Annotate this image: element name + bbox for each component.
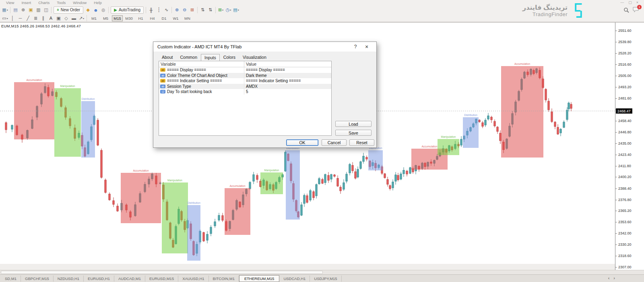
dialog-tab-common[interactable]: Common [176,54,201,61]
cancel-button[interactable]: Cancel [322,139,347,146]
add-indicator-icon[interactable]: ⊞▾ [217,6,225,14]
timeframe-M15[interactable]: M15 [112,15,123,21]
chart-tab-eurusd-h1[interactable]: EURUSD,H1 [84,276,114,282]
crosshair-tool-icon[interactable]: │ [9,15,17,22]
input-value-cell[interactable]: 5 [244,89,248,94]
price-tick-label: 2376.80 [618,198,632,202]
chart-tab-bitcoin-m1[interactable]: BITCOIN,M1 [209,276,239,282]
save-button[interactable]: Save [335,130,372,136]
dialog-close-button[interactable]: × [361,44,372,50]
autotrading-button[interactable]: ▶AutoTrading [111,6,144,14]
chart-type-icon[interactable]: ▦▾ [1,6,9,14]
session-label: Accumulation [421,145,437,148]
tabs-scroll-left-icon[interactable]: ‹ [608,276,610,280]
expert-advisors-icon[interactable]: ◆ [84,6,92,14]
chart-template-icon[interactable]: ▤▾ [232,6,240,14]
periods-icon[interactable]: ◷▾ [225,6,232,14]
input-row[interactable]: abColor Theme Of Chart And ObjectDark th… [159,73,331,79]
hline-icon[interactable]: ─ [17,15,24,22]
menu-insert[interactable]: Insert [18,0,35,5]
timeframe-D1[interactable]: D1 [159,15,169,21]
zoom-out-icon[interactable]: ⊖ [181,6,188,14]
chart-tab-usdjpy-m15[interactable]: USDJPY,M15 [310,276,341,282]
terminal-icon[interactable]: ☻ [92,6,99,14]
dialog-title: Custom Indicator - AMD ICT MT4 By TFlab [157,44,242,49]
input-value-cell[interactable]: AMDX [244,84,258,89]
marketwatch-icon[interactable]: ◍ [99,6,107,14]
dialog-tab-colors[interactable]: Colors [220,54,239,61]
input-value-cell[interactable]: Dark theme [244,73,267,78]
chart-tab-nzdusd-h1[interactable]: NZDUSD,H1 [54,276,84,282]
timeframe-M5[interactable]: M5 [100,15,111,21]
line-chart-icon[interactable]: ∿ [163,6,170,14]
dialog-tab-visualization[interactable]: Visualization [239,54,270,61]
notification-bubble-icon[interactable]: 1 [633,7,639,13]
close-icon[interactable]: × [636,0,638,4]
chart-tab-sd-m1[interactable]: SD,M1 [1,276,21,282]
load-button[interactable]: Load [335,121,372,127]
reset-button[interactable]: Reset [349,139,374,146]
input-row[interactable]: ab===== Indicator Setting ========== Ind… [159,78,331,84]
dialog-tab-about[interactable]: About [158,54,176,61]
candlestick-chart-icon[interactable]: ┆ [155,6,163,14]
timeframe-H1[interactable]: H1 [135,15,146,21]
ok-button[interactable]: OK [286,139,318,146]
session-label: Accumulation [26,79,42,81]
horizontal-scrollbar[interactable] [0,270,644,274]
text-icon[interactable]: A [47,15,55,22]
input-value-cell[interactable]: ===== Display ===== [244,68,285,72]
restore-icon[interactable]: ▢ [628,0,632,4]
price-axis[interactable]: 2468.47 2551.602539.802528.202516.602505… [615,23,644,270]
dialog-title-bar[interactable]: Custom Indicator - AMD ICT MT4 By TFlab … [153,42,376,52]
input-row[interactable]: ab===== Display ========== Display ===== [159,67,331,73]
search-icon[interactable] [623,7,629,13]
menu-window[interactable]: Window [69,0,90,5]
zoom-in-icon[interactable]: ⊕ [173,6,181,14]
timeframe-MN[interactable]: MN [182,15,193,21]
templates-icon[interactable]: ▣ [27,6,35,14]
trendline-icon[interactable]: ╱ [24,15,32,22]
scrollbar-thumb[interactable] [1,271,323,274]
chart-tab-audcad-m1[interactable]: AUDCAD,M1 [114,276,145,282]
label-icon[interactable]: ▣ [55,15,62,22]
navigator-icon[interactable]: ◫ [42,6,50,14]
chart-tab-eurusd-m15[interactable]: EURUSD,M15 [145,276,178,282]
input-type-icon: ab [160,68,165,72]
chart-tab-gbpchf-m15[interactable]: GBPCHF,M15 [21,276,54,282]
chart-tab-xauusd-h1[interactable]: XAUUSD,H1 [178,276,208,282]
shapes-icon[interactable]: ◇ [62,15,70,22]
bars-chart-icon[interactable]: ╫ [147,6,155,14]
input-row[interactable]: 12Day To start looking back5 [159,89,331,95]
arrows-icon[interactable]: ↗▾ [78,15,85,22]
timeframe-W1[interactable]: W1 [170,15,181,21]
profiles-icon[interactable]: ▤ [12,6,19,14]
menu-help[interactable]: Help [90,0,105,5]
chart-tab-usdcad-h1[interactable]: USDCAD,H1 [279,276,310,282]
crosshair-icon[interactable]: ⊕ [19,6,27,14]
tradingfinder-logo-icon [572,2,585,19]
rectangle-icon[interactable]: ▬ [70,15,78,22]
price-tick-label: 2353.60 [618,220,632,224]
cursor-icon[interactable]: ▭▾ [1,15,9,22]
menu-charts[interactable]: Charts [35,0,53,5]
menu-tools[interactable]: Tools [53,0,69,5]
tile-windows-icon[interactable]: ⊞ [188,6,196,14]
timeframe-H4[interactable]: H4 [147,15,158,21]
session-box-distribution [81,101,95,158]
minimize-icon[interactable]: — [620,0,624,4]
input-row[interactable]: abSession TypeAMDX [159,84,331,89]
arrange-windows-icon[interactable]: ⇅ [199,6,206,14]
autoscroll-icon[interactable]: ⇅ [206,6,214,14]
chart-tab-ethereum-m15[interactable]: ETHEREUM,M15 [239,275,279,282]
tabs-scroll-right-icon[interactable]: › [613,276,615,280]
fibonacci-icon[interactable]: ≣ [32,15,39,22]
input-value-cell[interactable]: ===== Indicator Setting ===== [244,79,301,83]
channel-icon[interactable]: ∥ [39,15,47,22]
new-order-button[interactable]: +New Order [54,6,83,14]
timeframe-M30[interactable]: M30 [124,15,134,21]
data-window-icon[interactable]: ▥ [35,6,42,14]
dialog-help-button[interactable]: ? [350,44,361,50]
menu-view[interactable]: View [2,0,18,5]
toolbar-separator [197,7,198,13]
timeframe-M1[interactable]: M1 [89,15,99,21]
